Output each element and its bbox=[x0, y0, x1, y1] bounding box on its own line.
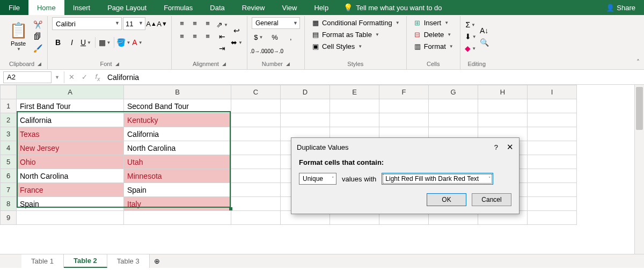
cell[interactable]: Kentucky bbox=[124, 113, 231, 127]
align-bottom-button[interactable]: ≡ bbox=[202, 17, 214, 29]
cell[interactable] bbox=[478, 99, 528, 113]
formula-input[interactable] bbox=[104, 71, 644, 83]
col-header-I[interactable]: I bbox=[528, 85, 577, 99]
collapse-ribbon-button[interactable]: ˄ bbox=[636, 59, 640, 66]
font-name-select[interactable] bbox=[52, 17, 122, 30]
copy-button[interactable]: 🗐 bbox=[32, 31, 43, 42]
tab-insert[interactable]: Insert bbox=[64, 0, 99, 15]
name-box[interactable]: A2 bbox=[3, 71, 52, 83]
cell[interactable]: Texas bbox=[17, 127, 124, 141]
cell[interactable] bbox=[528, 99, 577, 113]
row-header[interactable]: 3 bbox=[1, 127, 17, 141]
row-header[interactable]: 2 bbox=[1, 113, 17, 127]
dialog-close-button[interactable]: ✕ bbox=[507, 142, 514, 152]
decrease-font-button[interactable]: A▼ bbox=[157, 18, 167, 30]
accounting-format-button[interactable]: $▼ bbox=[252, 31, 266, 43]
percent-format-button[interactable]: % bbox=[268, 31, 282, 43]
row-header[interactable]: 4 bbox=[1, 141, 17, 155]
cell[interactable] bbox=[528, 211, 577, 225]
col-header-H[interactable]: H bbox=[478, 85, 528, 99]
cell[interactable] bbox=[330, 99, 379, 113]
cell[interactable] bbox=[231, 99, 281, 113]
cell[interactable]: Ohio bbox=[17, 155, 124, 169]
conditional-formatting-button[interactable]: ▦Conditional Formatting▼ bbox=[309, 17, 402, 28]
decrease-decimal-button[interactable]: .00→.0 bbox=[268, 45, 282, 57]
tab-home[interactable]: Home bbox=[28, 0, 64, 15]
tab-data[interactable]: Data bbox=[201, 0, 233, 15]
align-middle-button[interactable]: ≡ bbox=[189, 17, 201, 29]
number-launcher[interactable]: ◢ bbox=[286, 61, 290, 67]
cell[interactable]: Second Band Tour bbox=[124, 99, 231, 113]
cell[interactable] bbox=[528, 169, 577, 183]
cell[interactable] bbox=[231, 211, 281, 225]
cell[interactable]: North Carolina bbox=[17, 169, 124, 183]
cell[interactable]: California bbox=[124, 127, 231, 141]
font-launcher[interactable]: ◢ bbox=[115, 61, 119, 67]
cell[interactable] bbox=[528, 155, 577, 169]
dialog-help-button[interactable]: ? bbox=[494, 143, 498, 151]
tab-view[interactable]: View bbox=[273, 0, 305, 15]
cell[interactable] bbox=[231, 155, 281, 169]
cell[interactable]: First Band Tour bbox=[17, 99, 124, 113]
align-right-button[interactable]: ≡ bbox=[202, 30, 214, 42]
tab-help[interactable]: Help bbox=[305, 0, 337, 15]
format-painter-button[interactable]: 🖌️ bbox=[32, 43, 43, 54]
format-style-select[interactable] bbox=[382, 173, 493, 185]
insert-cells-button[interactable]: ⊞Insert▼ bbox=[411, 17, 456, 28]
cell[interactable]: Spain bbox=[124, 183, 231, 197]
col-header-E[interactable]: E bbox=[330, 85, 379, 99]
italic-button[interactable]: I bbox=[66, 37, 78, 48]
row-header[interactable]: 8 bbox=[1, 197, 17, 211]
add-sheet-button[interactable]: ⊕ bbox=[150, 254, 165, 268]
cell[interactable]: New Jersey bbox=[17, 141, 124, 155]
tab-page-layout[interactable]: Page Layout bbox=[99, 0, 155, 15]
enter-formula-button[interactable]: ✓ bbox=[78, 71, 91, 83]
col-header-G[interactable]: G bbox=[429, 85, 478, 99]
insert-function-button[interactable]: fx bbox=[91, 71, 104, 83]
alignment-launcher[interactable]: ◢ bbox=[222, 61, 226, 67]
cell[interactable]: France bbox=[17, 183, 124, 197]
row-header[interactable]: 6 bbox=[1, 169, 17, 183]
scrollbar-thumb[interactable] bbox=[636, 87, 643, 130]
wrap-text-button[interactable]: ↩ bbox=[231, 25, 243, 36]
increase-font-button[interactable]: A▲ bbox=[147, 18, 156, 30]
cell[interactable] bbox=[379, 99, 429, 113]
cell[interactable] bbox=[528, 127, 577, 141]
underline-button[interactable]: U▼ bbox=[80, 37, 92, 48]
share-button[interactable]: 👤 Share bbox=[606, 0, 635, 15]
borders-button[interactable]: ▦▼ bbox=[99, 37, 111, 48]
chevron-down-icon[interactable]: ▼ bbox=[55, 75, 60, 80]
cell[interactable] bbox=[231, 141, 281, 155]
cell[interactable]: North Carolina bbox=[124, 141, 231, 155]
cell[interactable] bbox=[231, 113, 281, 127]
cell[interactable]: Italy bbox=[124, 197, 231, 211]
clipboard-launcher[interactable]: ◢ bbox=[38, 61, 41, 67]
fill-button[interactable]: ⬇▼ bbox=[465, 31, 477, 42]
col-header-D[interactable]: D bbox=[281, 85, 330, 99]
ok-button[interactable]: OK bbox=[427, 193, 466, 206]
decrease-indent-button[interactable]: ⇤ bbox=[217, 31, 228, 42]
align-center-button[interactable]: ≡ bbox=[189, 30, 201, 42]
cell[interactable] bbox=[124, 211, 231, 225]
cell[interactable] bbox=[231, 169, 281, 183]
align-top-button[interactable]: ≡ bbox=[176, 17, 188, 29]
orientation-button[interactable]: ⇗▼ bbox=[217, 19, 228, 30]
col-header-F[interactable]: F bbox=[379, 85, 429, 99]
increase-decimal-button[interactable]: .0→.00 bbox=[252, 45, 266, 57]
tell-me[interactable]: 💡 Tell me what you want to do bbox=[343, 0, 442, 15]
cell[interactable] bbox=[330, 113, 379, 127]
comma-format-button[interactable]: , bbox=[284, 31, 298, 43]
find-select-button[interactable]: 🔍 bbox=[480, 37, 489, 48]
cell[interactable]: Minnesota bbox=[124, 169, 231, 183]
cell[interactable] bbox=[429, 99, 478, 113]
cell[interactable] bbox=[429, 113, 478, 127]
format-cells-button[interactable]: ▥Format▼ bbox=[411, 41, 456, 52]
tab-review[interactable]: Review bbox=[233, 0, 274, 15]
cell[interactable] bbox=[281, 99, 330, 113]
delete-cells-button[interactable]: ⊟Delete▼ bbox=[411, 29, 456, 40]
cell[interactable]: California bbox=[17, 113, 124, 127]
font-color-button[interactable]: A▼ bbox=[131, 37, 143, 48]
row-header[interactable]: 1 bbox=[1, 99, 17, 113]
row-header[interactable]: 5 bbox=[1, 155, 17, 169]
cell[interactable]: Utah bbox=[124, 155, 231, 169]
